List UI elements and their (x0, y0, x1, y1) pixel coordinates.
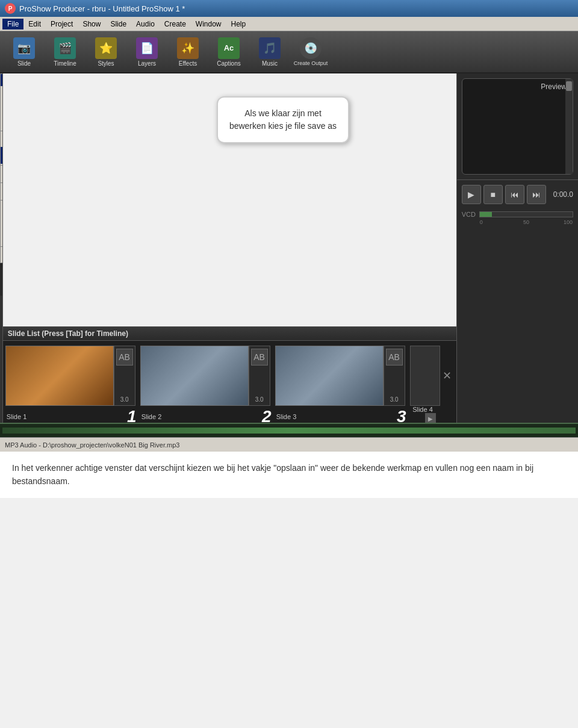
menu-close[interactable]: Close Ctrl+W (1, 167, 3, 181)
toolbar-slide[interactable]: 📷 Slide (5, 34, 43, 70)
app-icon: P (5, 3, 16, 14)
menu-create[interactable]: Create (160, 19, 191, 30)
slide-4-delete-icon[interactable]: ✕ (443, 369, 452, 382)
menu-collect-show-files[interactable]: Collect Show Files (1, 202, 3, 216)
slide-name-1: Slide 1 (7, 413, 27, 420)
vcd-progress: 0 50 100 (479, 211, 573, 217)
toolbar-styles-label: Styles (98, 60, 114, 67)
slide-number-2: 2 (262, 407, 272, 423)
menu-slide[interactable]: Slide (105, 19, 131, 30)
menu-save[interactable]: Save Ctrl+S (1, 132, 3, 147)
preview-label: Preview (541, 82, 567, 91)
effects-icon: ✨ (177, 37, 199, 59)
menu-find-missing-files[interactable]: Find Missing Files (1, 216, 3, 231)
slide-controls-4: ▶ (425, 413, 436, 423)
divider-1 (1, 131, 3, 131)
slide-name-2: Slide 2 (141, 413, 162, 420)
window-title: ProShow Producer - rbru - Untitled ProSh… (19, 4, 185, 13)
timeline-icon: 🎬 (54, 37, 76, 59)
toolbar-layers-label: Layers (138, 60, 156, 67)
callout-box: Als we klaar zijn met bewerken kies je f… (217, 96, 349, 143)
trans-icon-2[interactable]: AB (251, 349, 268, 366)
slide-name-4: Slide 4 (412, 406, 433, 413)
file-browser: 🗂 File New Show Ctrl+N Open Ctrl+O Open … (0, 73, 3, 423)
slide-thumbs-strip: AB 3.0 Slide 1 1 ▶ 3.0 AB (3, 341, 456, 423)
slide-thumb-4: ✕ Slide 4 ▶ (410, 346, 452, 418)
toolbar-captions[interactable]: Ac Captions (210, 34, 248, 70)
toolbar-music[interactable]: 🎵 Music (250, 34, 289, 70)
menu-help[interactable]: Help (226, 19, 251, 30)
bottom-paragraph: In het verkenner achtige venster dat ver… (12, 461, 566, 488)
audio-track (2, 428, 576, 434)
menu-show[interactable]: Show (78, 19, 105, 30)
menu-audio[interactable]: Audio (131, 19, 160, 30)
toolbar-layers[interactable]: 📄 Layers (128, 34, 166, 70)
slide-thumb-1: AB 3.0 Slide 1 1 ▶ 3.0 (5, 346, 138, 418)
slide-transition-3: AB 3.0 (384, 346, 405, 406)
status-bar: MP3 Audio - D:\proshow_projecten\volkeN0… (0, 437, 578, 452)
vcd-label-0: 0 (480, 219, 483, 225)
time-display: 0:00.0 (553, 190, 573, 199)
stop-button[interactable]: ■ (483, 185, 503, 204)
slide-label-row-1: Slide 1 1 (7, 407, 137, 423)
menu-exit[interactable]: Exit Alt+X (1, 248, 3, 263)
styles-icon: ⭐ (95, 37, 117, 59)
slide-thumb-3-top: AB 3.0 (275, 346, 408, 406)
toolbar-create-output-label: Create Output (294, 60, 328, 66)
bottom-text-area: In het verkenner achtige venster dat ver… (0, 452, 578, 498)
trans-time-1: 3.0 (120, 396, 129, 403)
slide-thumb-img-2[interactable] (140, 346, 249, 406)
slide-number-3: 3 (397, 407, 406, 423)
menu-edit[interactable]: Edit (23, 19, 46, 30)
vcd-fill (480, 212, 492, 217)
slide-transition-1: AB 3.0 (114, 346, 135, 406)
toolbar-timeline[interactable]: 🎬 Timeline (46, 34, 84, 70)
slide-thumb-3: AB 3.0 Slide 3 3 ▶ 3.0 (275, 346, 408, 418)
trans-icon-1[interactable]: AB (116, 349, 133, 366)
menu-new-show[interactable]: New Show Ctrl+N (1, 86, 3, 101)
menu-open[interactable]: Open Ctrl+O (1, 101, 3, 115)
preview-scrollbar[interactable] (565, 79, 573, 174)
slide-label-row-2: Slide 2 2 (141, 407, 272, 423)
audio-bar (0, 423, 578, 437)
menu-project[interactable]: Project (46, 19, 78, 30)
create-output-icon: 💿 (300, 37, 322, 59)
slide-thumb-img-3[interactable] (275, 346, 384, 406)
slide-play-btn-4[interactable]: ▶ (425, 413, 436, 423)
toolbar-music-label: Music (262, 60, 278, 67)
slide-thumb-1-top: AB 3.0 (5, 346, 138, 406)
slide-thumb-img-1[interactable] (5, 346, 114, 406)
toolbar: 📷 Slide 🎬 Timeline ⭐ Styles 📄 Layers ✨ E… (0, 31, 578, 73)
preview-scroll-thumb[interactable] (566, 81, 572, 91)
menu-download-extras[interactable]: Download Extras ▶ (1, 184, 3, 199)
divider-3 (1, 182, 3, 183)
toolbar-styles[interactable]: ⭐ Styles (87, 34, 125, 70)
slide-thumb-img-4[interactable] (410, 346, 440, 406)
slide-thumb-2-top: AB 3.0 (140, 346, 273, 406)
trans-icon-3[interactable]: AB (386, 349, 403, 366)
preview-box: Preview (462, 78, 573, 175)
file-dropdown-menu: 🗂 File New Show Ctrl+N Open Ctrl+O Open … (0, 73, 3, 263)
captions-icon: Ac (218, 37, 240, 59)
toolbar-timeline-label: Timeline (54, 60, 76, 67)
prev-button[interactable]: ⏮ (505, 185, 524, 204)
menu-window[interactable]: Window (191, 19, 226, 30)
callout-text: Als we klaar zijn met bewerken kies je f… (229, 108, 337, 131)
toolbar-effects-label: Effects (179, 60, 197, 67)
next-button[interactable]: ⏭ (527, 185, 546, 204)
toolbar-captions-label: Captions (217, 60, 240, 67)
play-button[interactable]: ▶ (462, 185, 481, 204)
toolbar-effects[interactable]: ✨ Effects (169, 34, 207, 70)
layers-icon: 📄 (136, 37, 158, 59)
menu-bar: File Edit Project Show Slide Audio Creat… (0, 17, 578, 31)
menu-save-as[interactable]: Save As Ctrl+Shift+S ← (1, 147, 3, 164)
toolbar-create-output[interactable]: 💿 Create Output (291, 34, 330, 70)
controls-bar: ▶ ■ ⏮ ⏭ 0:00.0 (457, 179, 578, 208)
slide-transition-2: AB 3.0 (249, 346, 270, 406)
menu-file[interactable]: File (2, 19, 23, 30)
trans-time-3: 3.0 (390, 396, 399, 403)
vcd-label: VCD (462, 211, 476, 218)
title-bar: P ProShow Producer - rbru - Untitled Pro… (0, 0, 578, 17)
menu-revert-to-backup[interactable]: Revert to Backup (1, 231, 3, 245)
menu-open-recent[interactable]: Open Recent ▶ (1, 115, 3, 129)
